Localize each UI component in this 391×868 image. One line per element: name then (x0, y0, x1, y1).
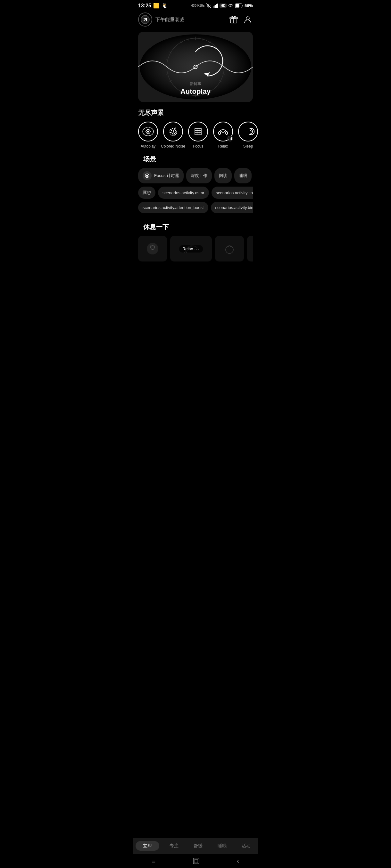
meditation-label: 冥想 (143, 190, 151, 195)
autoplay-circle (138, 122, 158, 142)
scenarios-row-1: Focus 计时器 深度工作 阅读 睡眠 scenario... (138, 168, 253, 183)
svg-point-76 (251, 131, 252, 132)
relax-card-2[interactable] (215, 236, 244, 261)
svg-rect-72 (228, 139, 229, 140)
scenario-reading[interactable]: 阅读 (215, 168, 232, 183)
tab-sleep[interactable]: 睡眠 (210, 841, 234, 851)
scenario-focus-timer[interactable]: Focus 计时器 (138, 168, 184, 183)
svg-rect-70 (219, 131, 221, 134)
svg-point-81 (147, 243, 158, 254)
focus-icon (191, 125, 205, 138)
scenarios-title: 场景 (138, 155, 253, 168)
scenario-meditation[interactable]: 冥想 (138, 187, 156, 199)
tab-sleep-label: 睡眠 (218, 843, 227, 848)
scenario-binaural[interactable]: scenarios.activity.bina... (211, 202, 253, 213)
relax-cards-row: Relax ··· (138, 236, 253, 261)
record-icon (144, 173, 150, 178)
scenario-attention[interactable]: scenarios.activity.attention_boost (138, 202, 208, 213)
profile-icon[interactable] (243, 14, 253, 25)
svg-point-12 (246, 17, 249, 20)
svg-point-49 (175, 130, 176, 131)
header-subtitle: 下午能量衰减 (156, 17, 184, 23)
header-left: 下午能量衰减 (138, 12, 184, 27)
svg-rect-4 (216, 4, 217, 8)
scene-item-relax[interactable]: Relax (211, 122, 235, 149)
status-right: 430 KB/s HD 56% (191, 3, 253, 8)
tab-focus-label: 专注 (170, 843, 178, 848)
autoplay-sublabel: 新鲜事 (190, 81, 201, 87)
sleep-scenario-label: 睡眠 (239, 173, 247, 179)
avatar[interactable] (138, 12, 152, 27)
relax-label: Relax (218, 144, 228, 149)
svg-point-56 (172, 133, 173, 134)
relax-card-0[interactable] (138, 236, 167, 261)
relax-card-text: Relax (183, 246, 193, 251)
svg-point-45 (175, 128, 176, 129)
relax-card-icon-2 (221, 241, 238, 257)
scenario-deep-work[interactable]: 深度工作 (186, 168, 212, 183)
svg-point-50 (176, 131, 177, 132)
colored-noise-label: Colored Noise (161, 144, 185, 149)
scenarios-section: 场景 Focus 计时器 深度工作 阅读 睡眠 scenario... (133, 155, 258, 223)
tab-focus[interactable]: 专注 (162, 841, 186, 851)
bottom-tab-bar: 立即 专注 舒缓 睡眠 活动 (133, 838, 258, 854)
scene-item-sleep[interactable]: Sleep (235, 122, 258, 149)
svg-rect-74 (231, 137, 232, 140)
hd-badge: HD (220, 3, 227, 8)
scenario-asmr[interactable]: scenarios.activity.asmr (158, 187, 209, 199)
autoplay-card[interactable]: 新鲜事 Autoplay (138, 32, 253, 102)
relax-card-1[interactable]: Relax ··· (170, 236, 212, 261)
focus-label: Focus (193, 144, 203, 149)
svg-point-41 (147, 131, 149, 132)
asmr-label: scenarios.activity.asmr (163, 190, 204, 195)
svg-point-60 (173, 134, 175, 136)
scenarios-row-2: 冥想 scenarios.activity.asmr scenarios.act… (138, 187, 253, 199)
svg-point-59 (172, 135, 173, 136)
svg-point-77 (251, 133, 252, 134)
status-left: 13:25 🟨 🐧 (138, 3, 168, 9)
app-icon-1: 🟨 (153, 3, 160, 9)
svg-rect-2 (214, 5, 215, 8)
scene-item-focus[interactable]: Focus (186, 122, 211, 149)
svg-point-55 (170, 134, 171, 135)
scene-icons-row: Autoplay (133, 122, 258, 155)
binaural-label: scenarios.activity.bina... (215, 205, 253, 210)
wifi-icon (228, 3, 234, 8)
gift-icon[interactable] (228, 14, 239, 25)
svg-point-57 (174, 133, 175, 134)
tab-activity[interactable]: 活动 (234, 841, 258, 851)
tinnitus-label: scenarios.activity.tinnitu... (216, 190, 253, 195)
relax-card-3[interactable] (247, 236, 253, 261)
svg-point-61 (175, 134, 176, 135)
tab-now[interactable]: 立即 (136, 841, 159, 851)
svg-point-52 (171, 132, 172, 133)
nav-menu-icon[interactable]: ≡ (151, 858, 156, 865)
relax-card-label: Relax ··· (179, 245, 203, 252)
svg-rect-5 (217, 3, 218, 8)
svg-point-80 (146, 175, 148, 177)
svg-rect-71 (226, 131, 227, 134)
tab-relax[interactable]: 舒缓 (186, 841, 210, 851)
autoplay-mainlabel: Autoplay (180, 87, 211, 96)
scenario-sleep[interactable]: 睡眠 (234, 168, 252, 183)
relax-card-dots: ··· (194, 246, 200, 251)
scenario-tinnitus[interactable]: scenarios.activity.tinnitu... (212, 187, 253, 199)
svg-point-46 (170, 131, 170, 131)
battery-percent: 56% (245, 3, 253, 8)
tab-relax-label: 舒缓 (194, 843, 202, 848)
nav-home-icon[interactable]: □ (193, 858, 199, 864)
relax-card-icon-0 (144, 241, 161, 257)
svg-point-47 (171, 130, 172, 131)
colored-noise-icon (166, 125, 180, 138)
nav-back-icon[interactable]: ‹ (237, 857, 240, 865)
scene-item-autoplay[interactable]: Autoplay (136, 122, 161, 149)
autoplay-label: Autoplay (141, 144, 156, 149)
relax-badge (227, 136, 233, 142)
scene-item-colored-noise[interactable]: Colored Noise (161, 122, 186, 149)
battery-icon (235, 3, 243, 8)
deep-work-label: 深度工作 (191, 173, 207, 179)
mute-icon (206, 3, 211, 8)
relax-section-title: 休息一下 (138, 223, 253, 236)
svg-point-43 (172, 128, 173, 129)
svg-point-48 (173, 130, 174, 131)
